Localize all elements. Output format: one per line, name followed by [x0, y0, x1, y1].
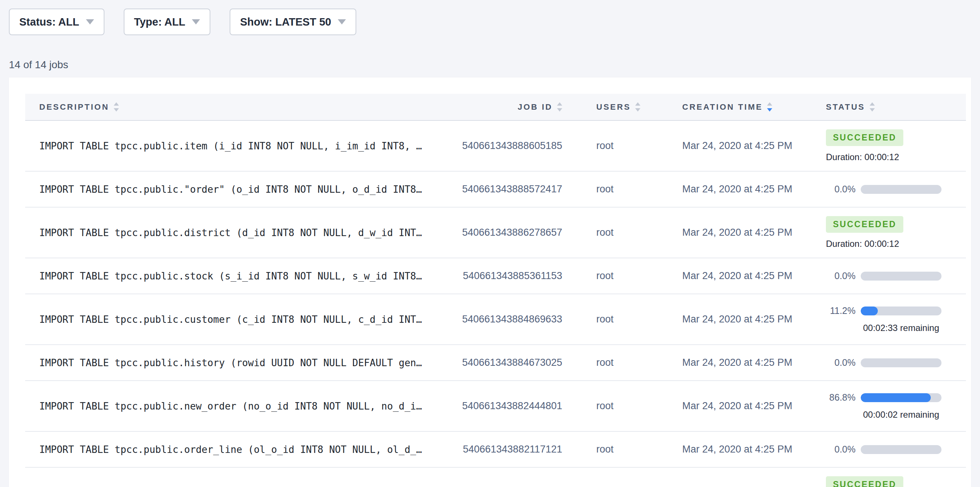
job-status: SUCCEEDED Duration: 00:00:08: [807, 476, 966, 487]
job-id: 540661343884673025: [437, 357, 567, 369]
jobs-table-card: DESCRIPTION JOB ID USERS CREATION TIME S…: [9, 77, 971, 487]
chevron-down-icon: [338, 19, 346, 24]
table-row[interactable]: IMPORT TABLE tpcc.public.customer (c_id …: [25, 294, 966, 345]
sort-icons: [767, 102, 772, 112]
sort-icons: [114, 102, 119, 112]
progress-bar: [861, 358, 942, 367]
job-creation-time: Mar 24, 2020 at 4:25 PM: [667, 140, 807, 152]
header-users-label: USERS: [596, 102, 631, 112]
table-row[interactable]: IMPORT TABLE tpcc.public.district (d_id …: [25, 208, 966, 258]
status-progress: 0.0%: [826, 271, 966, 281]
status-duration: Duration: 00:00:12: [826, 152, 966, 162]
table-row[interactable]: IMPORT TABLE tpcc.public.new_order (no_o…: [25, 381, 966, 432]
show-filter-label: Show: LATEST 50: [240, 16, 331, 28]
job-creation-time: Mar 24, 2020 at 4:25 PM: [667, 313, 807, 325]
table-row[interactable]: IMPORT TABLE tpcc.public.order_line (ol_…: [25, 432, 966, 468]
status-badge: SUCCEEDED: [826, 476, 903, 487]
job-id: 540661343886278657: [437, 227, 567, 238]
progress-remaining: 00:00:02 remaining: [861, 410, 942, 420]
sort-asc-icon: [767, 102, 772, 105]
type-filter-dropdown[interactable]: Type: ALL: [124, 8, 211, 35]
job-id: 540661343885361153: [437, 270, 567, 282]
status-duration: Duration: 00:00:12: [826, 239, 966, 249]
sort-icons: [557, 102, 562, 112]
progress-fill: [861, 393, 931, 402]
status-progress: 0.0%: [826, 357, 966, 368]
sort-icons: [870, 102, 875, 112]
job-id: 540661343882444801: [437, 400, 567, 412]
job-description: IMPORT TABLE tpcc.public.new_order (no_o…: [25, 401, 437, 412]
sort-desc-icon: [114, 108, 119, 112]
sort-desc-icon: [635, 108, 640, 112]
sort-icons: [635, 102, 640, 112]
type-filter-label: Type: ALL: [134, 16, 186, 28]
progress-bar: [861, 271, 942, 281]
job-id: 540661343882117121: [437, 444, 567, 455]
progress-line: 0.0%: [826, 184, 966, 195]
job-creation-time: Mar 24, 2020 at 4:25 PM: [667, 184, 807, 195]
job-id: 540661343888605185: [437, 140, 567, 152]
progress-fill: [861, 307, 878, 315]
progress-line: 0.0%: [826, 444, 966, 455]
jobs-table: DESCRIPTION JOB ID USERS CREATION TIME S…: [25, 94, 966, 487]
header-creation-time-label: CREATION TIME: [682, 102, 763, 112]
sort-desc-icon: [557, 108, 562, 112]
job-status: 0.0%: [807, 444, 966, 455]
job-user: root: [567, 140, 667, 152]
progress-line: 86.8%: [826, 392, 966, 403]
header-cell[interactable]: STATUS: [807, 102, 966, 112]
job-id: 540661343888572417: [437, 184, 567, 195]
job-user: root: [567, 227, 667, 238]
table-row[interactable]: IMPORT TABLE tpcc.public."order" (o_id I…: [25, 172, 966, 208]
job-user: root: [567, 444, 667, 455]
progress-bar: [861, 445, 942, 454]
job-user: root: [567, 400, 667, 412]
progress-bar: [861, 185, 942, 194]
header-cell[interactable]: CREATION TIME: [667, 102, 807, 112]
job-status: SUCCEEDED Duration: 00:00:12: [807, 216, 966, 249]
table-row[interactable]: IMPORT TABLE tpcc.public.stock (s_i_id I…: [25, 258, 966, 294]
job-description: IMPORT TABLE tpcc.public.order_line (ol_…: [25, 444, 437, 455]
job-user: root: [567, 184, 667, 195]
progress-line: 0.0%: [826, 357, 966, 368]
job-description: IMPORT TABLE tpcc.public.customer (c_id …: [25, 314, 437, 325]
show-filter-dropdown[interactable]: Show: LATEST 50: [230, 8, 356, 35]
job-id: 540661343884869633: [437, 313, 567, 325]
jobs-count: 14 of 14 jobs: [9, 59, 980, 71]
table-row[interactable]: IMPORT TABLE tpcc.public.warehouse (w_id…: [25, 468, 966, 487]
header-cell[interactable]: DESCRIPTION: [25, 102, 437, 112]
job-creation-time: Mar 24, 2020 at 4:25 PM: [667, 400, 807, 412]
table-header-row: DESCRIPTION JOB ID USERS CREATION TIME S…: [25, 94, 966, 121]
job-description: IMPORT TABLE tpcc.public.stock (s_i_id I…: [25, 271, 437, 282]
header-cell[interactable]: USERS: [567, 102, 667, 112]
status-badge: SUCCEEDED: [826, 216, 903, 233]
status-progress: 0.0%: [826, 184, 966, 195]
chevron-down-icon: [86, 19, 94, 24]
progress-line: 0.0%: [826, 271, 966, 281]
table-body: IMPORT TABLE tpcc.public.item (i_id INT8…: [25, 121, 966, 487]
progress-line: 11.2%: [826, 305, 966, 316]
progress-bar: [861, 307, 942, 315]
job-creation-time: Mar 24, 2020 at 4:25 PM: [667, 227, 807, 238]
job-description: IMPORT TABLE tpcc.public.district (d_id …: [25, 227, 437, 238]
sort-asc-icon: [557, 102, 562, 105]
job-status: SUCCEEDED Duration: 00:00:12: [807, 129, 966, 162]
progress-percent: 0.0%: [826, 357, 856, 368]
progress-remaining: 00:02:33 remaining: [861, 323, 942, 333]
job-status: 0.0%: [807, 184, 966, 195]
status-progress: 11.2% 00:02:33 remaining: [826, 305, 966, 333]
job-description: IMPORT TABLE tpcc.public."order" (o_id I…: [25, 184, 437, 195]
table-row[interactable]: IMPORT TABLE tpcc.public.history (rowid …: [25, 345, 966, 381]
progress-percent: 11.2%: [826, 305, 856, 316]
header-status-label: STATUS: [826, 102, 865, 112]
job-status: 0.0%: [807, 357, 966, 368]
job-creation-time: Mar 24, 2020 at 4:25 PM: [667, 357, 807, 369]
job-status: 11.2% 00:02:33 remaining: [807, 305, 966, 333]
status-filter-dropdown[interactable]: Status: ALL: [9, 8, 105, 35]
job-user: root: [567, 357, 667, 369]
chevron-down-icon: [192, 19, 200, 24]
progress-percent: 0.0%: [826, 444, 856, 455]
sort-desc-icon: [870, 108, 875, 112]
header-cell[interactable]: JOB ID: [437, 102, 567, 112]
table-row[interactable]: IMPORT TABLE tpcc.public.item (i_id INT8…: [25, 121, 966, 172]
